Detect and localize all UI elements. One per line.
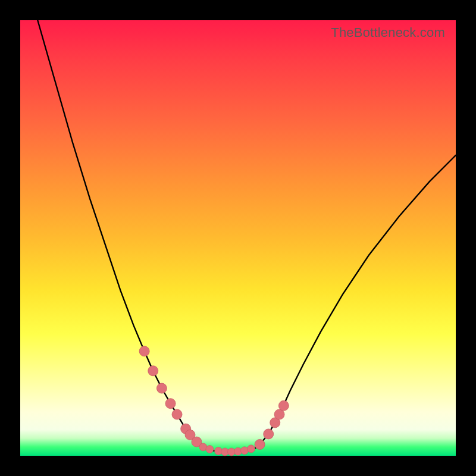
marker-point — [255, 439, 265, 449]
marker-point — [264, 429, 274, 439]
chart-markers — [139, 346, 289, 456]
marker-point — [165, 399, 176, 409]
chart-lines — [37, 20, 456, 452]
marker-point — [139, 346, 149, 356]
chart-plot-area: TheBottleneck.com — [20, 20, 456, 456]
chart-frame: TheBottleneck.com — [0, 0, 476, 476]
marker-point — [172, 409, 182, 419]
marker-point — [156, 383, 167, 393]
marker-point — [148, 366, 158, 376]
marker-point — [206, 446, 214, 453]
marker-point — [247, 445, 255, 453]
chart-svg — [20, 20, 456, 456]
bottleneck-curve — [37, 20, 456, 452]
marker-point — [278, 400, 289, 411]
